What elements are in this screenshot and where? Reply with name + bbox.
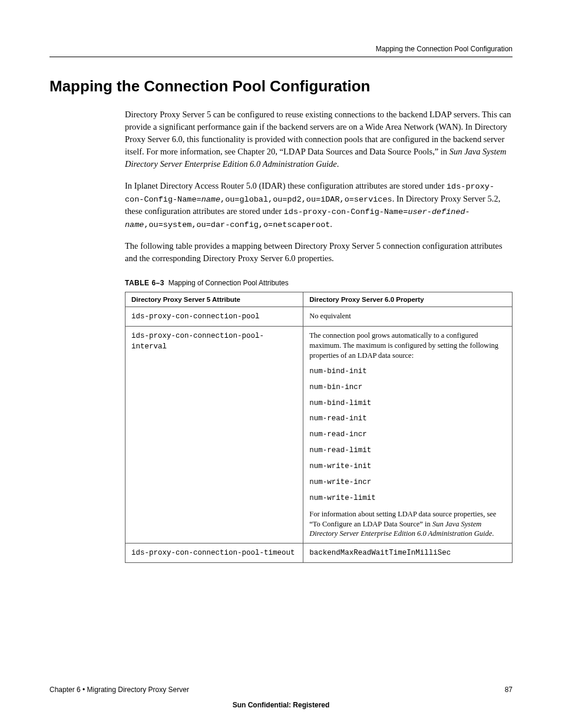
text: . <box>492 529 494 538</box>
body-column: Directory Proxy Server 5 can be configur… <box>125 108 513 563</box>
code-var: name <box>201 195 220 204</box>
cell-prop: No equivalent <box>303 307 513 327</box>
page: Mapping the Connection Pool Configuratio… <box>0 0 562 728</box>
paragraph-2: In Iplanet Directory Access Router 5.0 (… <box>125 180 513 230</box>
page-number: 87 <box>505 686 513 694</box>
cell-attr: ids-proxy-con-connection-pool <box>125 307 303 327</box>
cell-attr: ids-proxy-con-connection-pool-timeout <box>125 543 303 563</box>
paragraph-1: Directory Proxy Server 5 can be configur… <box>125 108 513 170</box>
text: . <box>330 219 332 229</box>
code: ids-proxy-con-connection-pool <box>131 312 260 321</box>
paragraph-3: The following table provides a mapping b… <box>125 240 513 265</box>
footer-chapter: Chapter 6 • Migrating Directory Proxy Se… <box>49 686 189 694</box>
footer: Chapter 6 • Migrating Directory Proxy Se… <box>49 686 513 694</box>
code: ,ou=system,ou=dar-config,o=netscaperoot <box>144 220 330 229</box>
code: num-write-init <box>309 462 506 472</box>
confidential-notice: Sun Confidential: Registered <box>0 701 562 709</box>
table-title: Mapping of Connection Pool Attributes <box>168 279 289 287</box>
cell-attr: ids-proxy-con-connection-pool-interval <box>125 327 303 543</box>
code: ids-proxy-con-Config-Name= <box>284 207 408 216</box>
code: ids-proxy-con-connection-pool-timeout <box>131 549 295 557</box>
col-header-attr: Directory Proxy Server 5 Attribute <box>125 292 303 307</box>
code: num-write-incr <box>309 477 506 487</box>
table-header-row: Directory Proxy Server 5 Attribute Direc… <box>125 292 513 307</box>
text: No equivalent <box>309 312 351 320</box>
text: In Iplanet Directory Access Router 5.0 (… <box>125 181 447 190</box>
section-heading: Mapping the Connection Pool Configuratio… <box>49 77 513 95</box>
text: For information about setting LDAP data … <box>309 509 506 539</box>
header-rule <box>49 57 513 57</box>
code: num-bind-init <box>309 367 506 377</box>
code: num-read-limit <box>309 446 506 456</box>
running-header: Mapping the Connection Pool Configuratio… <box>49 45 513 53</box>
cell-prop: The connection pool grows automatically … <box>303 327 513 543</box>
code: backendMaxReadWaitTimeInMilliSec <box>309 549 451 557</box>
table-row: ids-proxy-con-connection-pool-timeout ba… <box>125 543 513 563</box>
code: num-write-limit <box>309 493 506 503</box>
mapping-table: Directory Proxy Server 5 Attribute Direc… <box>125 292 513 563</box>
table-row: ids-proxy-con-connection-pool-interval T… <box>125 327 513 543</box>
text: The connection pool grows automatically … <box>309 331 506 361</box>
cell-prop: backendMaxReadWaitTimeInMilliSec <box>303 543 513 563</box>
table-label: TABLE 6–3 <box>125 279 164 287</box>
col-header-prop: Directory Proxy Server 6.0 Property <box>303 292 513 307</box>
code: num-bin-incr <box>309 383 506 393</box>
text: . <box>337 159 339 169</box>
code: ids-proxy-con-connection-pool-interval <box>131 332 264 351</box>
code: num-read-incr <box>309 430 506 440</box>
code: ,ou=global,ou=pd2,ou=iDAR,o=services <box>220 195 392 204</box>
table-row: ids-proxy-con-connection-pool No equival… <box>125 307 513 327</box>
code: num-read-init <box>309 414 506 424</box>
code: num-bind-limit <box>309 398 506 409</box>
table-caption: TABLE 6–3 Mapping of Connection Pool Att… <box>125 279 513 287</box>
